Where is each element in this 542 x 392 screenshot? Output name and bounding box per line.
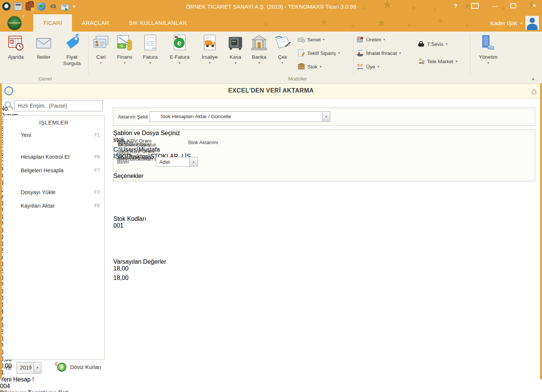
cell-kod[interactable]: 004 — [0, 383, 32, 390]
close-button[interactable] — [530, 2, 538, 9]
satis-kdv-label: Satış KDV Oranı — [117, 149, 155, 154]
birim-select[interactable]: Adet — [156, 157, 198, 167]
chevron-down-icon: ▾ — [456, 59, 458, 63]
stok-kodlari-groupbox: Stok Kodları Otomatik Oluştur Başlangıç … — [113, 216, 197, 258]
delivery-note-icon — [201, 34, 218, 52]
tab-ticari[interactable]: TİCARİ — [33, 14, 72, 32]
service-bag-icon — [417, 40, 425, 48]
group-label-moduller: Modüller — [241, 76, 354, 82]
chevron-down-icon: ▾ — [113, 61, 136, 65]
order-note-icon — [298, 49, 305, 57]
chevron-down-icon — [34, 362, 41, 373]
collapse-ribbon-icon[interactable]: ▲ — [531, 76, 535, 81]
svg-text:e: e — [177, 39, 181, 47]
year-select[interactable]: 2019 — [17, 362, 41, 374]
popup-window-button[interactable] — [471, 3, 479, 9]
chevron-down-icon: ▾ — [90, 61, 111, 65]
chevron-down-icon: ▾ — [323, 38, 325, 41]
import-export-ship-icon — [356, 49, 364, 57]
e-invoice-icon: e — [171, 34, 188, 52]
options-panel: Şablon ve Dosya Seçiniz Şablon stok Stok… — [113, 129, 535, 181]
senet-button[interactable]: Senet ▾ — [298, 35, 325, 44]
contact-cards-icon — [92, 34, 110, 52]
irsaliye-button[interactable]: İrsaliye ▾ — [197, 34, 222, 65]
cheque-icon — [274, 34, 291, 52]
year-label: Yıl: — [5, 365, 12, 371]
islemler-title: İŞLEMLER — [3, 119, 104, 126]
window-right-border — [540, 84, 542, 379]
members-icon — [356, 63, 364, 70]
home-button[interactable] — [531, 86, 537, 96]
page-header: EXCEL'DEN VERİ AKTARMA — [0, 84, 542, 99]
finans-button[interactable]: Finans ▾ — [113, 34, 136, 65]
sidebar-item-dosyayi-yukle[interactable]: Dosyayı Yükle F2 — [3, 187, 104, 199]
kasa-button[interactable]: Kasa ▾ — [224, 34, 246, 65]
baslangic-kodu-input[interactable]: 001 — [113, 222, 144, 232]
cari-button[interactable]: Cari ▾ — [90, 34, 111, 65]
fiyat-sorgula-button[interactable]: Fiyat Sorgula — [59, 34, 85, 67]
minimize-button[interactable] — [491, 3, 499, 9]
shortcut-badge: F1 — [94, 132, 100, 138]
bank-icon — [250, 34, 268, 52]
ribbon-tab-row: ★ ★ ★ ★ ★ ★ ★ TİCARİ ARAÇLAR SIK KULLANI… — [0, 14, 542, 32]
banka-button[interactable]: Banka ▾ — [248, 34, 270, 65]
aktarim-sekli-select[interactable]: Stok Hesapları Aktar / Güncelle — [150, 111, 330, 122]
tele-market-button[interactable]: Tele Market ▾ — [417, 56, 457, 66]
teklif-siparis-button[interactable]: Teklif Sipariş ▾ — [298, 48, 340, 58]
chevron-down-icon: ▾ — [383, 38, 385, 41]
t-sevis-button[interactable]: T.Sevis ▾ — [417, 39, 447, 49]
app-window: ★ ★ ★ ★ ★ ★ ★ ★ €$ ▾ ÖRNEK TİCARET SANAY… — [0, 0, 542, 392]
invoice-icon — [142, 34, 159, 52]
sidebar-item-belgeleri-hesapla[interactable]: Belgeleri Hesapla F7 — [3, 165, 104, 177]
aktarim-sekli-panel: Aktarım Şekli Stok Hesapları Aktar / Gün… — [113, 108, 535, 126]
sidebar-item-yeni[interactable]: Yeni F1 — [3, 130, 104, 142]
satis-kdv-input[interactable]: 18,00 — [113, 275, 155, 284]
avatar — [525, 16, 539, 30]
uye-button[interactable]: Üye ▾ — [356, 62, 379, 71]
sablon-note: Stok Aktarımı — [188, 140, 218, 145]
workspace: Hızlı Erişim.. (Pause) İŞLEMLER Yeni F1 … — [0, 99, 542, 379]
chevron-down-icon: ▾ — [377, 65, 379, 68]
search-icon — [5, 102, 11, 108]
shortcut-badge: F7 — [94, 168, 100, 173]
chevron-down-icon: ▾ — [338, 51, 340, 55]
management-buildings-icon — [479, 34, 497, 52]
chevron-down-icon: ▾ — [446, 42, 448, 46]
ithalat-ihracat-button[interactable]: İthalat İhracat ▾ — [356, 48, 401, 58]
cell-adi[interactable]: Bilgisayar Temizleme Seti — [0, 390, 87, 392]
tab-araclar[interactable]: ARAÇLAR — [72, 14, 119, 32]
chevron-down-icon: ▾ — [474, 61, 502, 65]
currency-coin-icon — [57, 363, 66, 372]
user-menu[interactable]: Kader IŞIK ▾ — [490, 16, 539, 30]
chevron-down-icon: ▾ — [197, 61, 222, 65]
promissory-note-icon — [298, 36, 305, 43]
quick-search-input[interactable]: Hızlı Erişim.. (Pause) — [14, 100, 103, 111]
uretim-button[interactable]: Üretim ▾ — [356, 35, 385, 44]
tab-sik-kullanilanlar[interactable]: SIK KULLANILANLAR — [119, 14, 197, 32]
chevron-down-icon: ▾ — [224, 61, 246, 65]
page-title: EXCEL'DEN VERİ AKTARMA — [0, 87, 542, 94]
title-bar: ★ ★ ★ ★ ★ ★ ★ ★ €$ ▾ ÖRNEK TİCARET SANAY… — [0, 0, 542, 14]
yonetim-button[interactable]: Yönetim ▾ — [474, 34, 502, 65]
doviz-kurlari-link[interactable]: Döviz Kurları — [70, 364, 101, 370]
aktarim-sekli-label: Aktarım Şekli — [118, 114, 148, 120]
cell-durum[interactable]: Yeni Hesap ! — [0, 376, 44, 383]
chevron-down-icon: ▾ — [272, 61, 293, 65]
ajanda-button[interactable]: Ajanda — [4, 34, 28, 61]
stok-button[interactable]: Stok ▾ — [298, 62, 322, 71]
cek-button[interactable]: Çek ▾ — [272, 34, 293, 65]
e-fatura-button[interactable]: e E-Fatura ▾ — [166, 34, 194, 65]
table-row[interactable]: 4.Yeni Hesap !004Bilgisayar Temizleme Se… — [0, 369, 542, 392]
money-coins-icon — [116, 34, 133, 52]
iletiler-button[interactable]: İletiler — [32, 34, 56, 61]
fatura-button[interactable]: Fatura ▾ — [139, 34, 162, 65]
chevron-down-icon — [189, 157, 197, 166]
help-button[interactable] — [452, 3, 460, 9]
envelope-icon — [35, 34, 52, 52]
sidebar-item-kayitlari-aktar[interactable]: Kayıtları Aktar F8 — [3, 201, 104, 213]
sidebar-item-hesaplari-kontrol-et[interactable]: Hesapları Kontrol Et F6 — [3, 152, 104, 164]
app-logo[interactable] — [7, 15, 22, 31]
secenekler-groupbox: Seçenekler İlk Satır Başlık Mevcut Stokl… — [113, 173, 195, 216]
alis-kdv-input[interactable]: 18,00 — [113, 265, 155, 275]
maximize-button[interactable] — [510, 3, 516, 8]
